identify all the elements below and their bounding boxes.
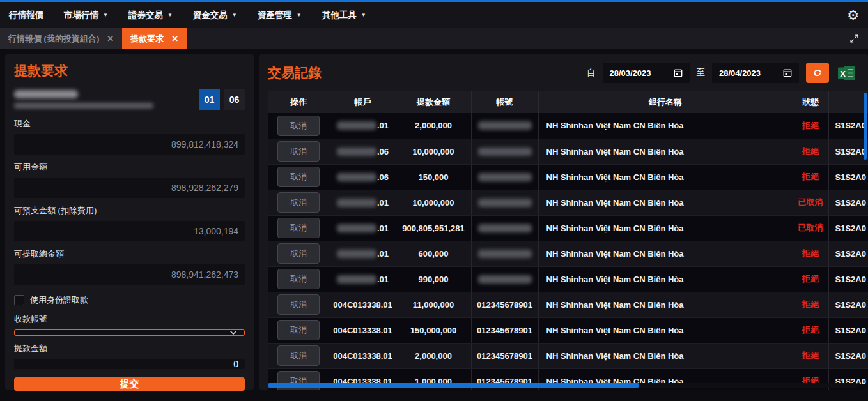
table-row: 取消.01900,805,951,281NH Shinhan Việt Nam … <box>268 215 868 241</box>
calendar-icon[interactable] <box>783 68 792 77</box>
cancel-button[interactable]: 取消 <box>277 320 320 340</box>
cancel-button[interactable]: 取消 <box>277 218 320 238</box>
status-cell: 拒絕 <box>793 317 828 343</box>
from-label: 自 <box>587 67 596 79</box>
account-suffix: .01 <box>377 249 389 259</box>
nav-item-label: 其他工具 <box>322 10 357 21</box>
to-date-input[interactable]: 28/04/2023 <box>712 63 799 83</box>
nav-item-label: 行情報價 <box>9 10 43 21</box>
amount-cell: 10,000,000 <box>396 139 471 164</box>
bank-account-cell: 012345678901 <box>471 317 538 343</box>
calendar-icon[interactable] <box>674 68 683 77</box>
sub-account-button-01[interactable]: 01 <box>199 89 220 110</box>
status-cell: 拒絕 <box>793 266 828 292</box>
cancel-button[interactable]: 取消 <box>277 269 320 289</box>
close-icon[interactable]: ✕ <box>107 34 114 43</box>
transactions-title: 交易記錄 <box>268 64 322 82</box>
nav-item-6[interactable]: 其他工具▼ <box>322 10 366 21</box>
cancel-button[interactable]: 取消 <box>277 141 320 162</box>
amount-value: 900,805,951,281 <box>402 223 465 233</box>
vertical-scrollbar[interactable] <box>864 93 867 160</box>
code-cell: S1S2A0 <box>828 343 868 368</box>
tab-label: 行情報價 (我的投資組合) <box>8 33 99 45</box>
code-cell: S1S2A0 <box>828 266 868 292</box>
cancel-button[interactable]: 取消 <box>277 116 320 136</box>
cancel-button[interactable]: 取消 <box>277 243 320 264</box>
expand-icon[interactable] <box>849 34 859 43</box>
beneficiary-account-select[interactable] <box>14 329 245 336</box>
withdrawal-title: 提款要求 <box>14 62 245 80</box>
table-header-row: 操作帳戶提款金額帳號銀行名稱狀態 <box>268 91 868 113</box>
status-badge: 拒絕 <box>802 325 819 335</box>
nav-item-3[interactable]: 證券交易▼ <box>128 10 173 21</box>
cancel-button[interactable]: 取消 <box>277 167 320 187</box>
cancel-button[interactable]: 取消 <box>277 345 320 366</box>
tab-bar: 行情報價 (我的投資組合)✕提款要求✕ <box>0 28 868 49</box>
dropdown-arrow-icon: ▼ <box>232 12 237 18</box>
account-cell: .01 <box>330 266 396 292</box>
withdraw-amount-input[interactable]: 0 <box>14 359 245 369</box>
nav-item-4[interactable]: 資金交易▼ <box>193 10 237 21</box>
horizontal-scrollbar-thumb[interactable] <box>268 383 639 388</box>
withdraw-amount-label: 提款金額 <box>14 343 245 354</box>
redacted-block <box>478 173 532 181</box>
column-header: 帳號 <box>471 91 538 113</box>
dropdown-arrow-icon: ▼ <box>361 12 366 18</box>
column-header: 帳戶 <box>330 91 396 113</box>
table-row: 取消.06150,000NH Shinhan Việt Nam CN Biên … <box>268 164 868 190</box>
field-value-box: 899,812,418,324 <box>14 134 245 155</box>
amount-value: 11,000,000 <box>413 300 454 310</box>
checkbox-icon[interactable] <box>14 295 24 305</box>
from-date-input[interactable]: 28/03/2023 <box>603 63 690 83</box>
use-id-withdraw-option[interactable]: 使用身份證取款 <box>14 294 245 306</box>
code-value: S1S2A0 <box>835 275 866 284</box>
cancel-button[interactable]: 取消 <box>277 192 320 213</box>
refresh-button[interactable] <box>806 63 829 83</box>
amount-value: 2,000,000 <box>415 351 452 361</box>
code-value: S1S2A0 <box>835 300 866 310</box>
field-value: 898,941,262,473 <box>171 269 238 280</box>
submit-button[interactable]: 提交 <box>14 377 245 391</box>
tab-1[interactable]: 行情報價 (我的投資組合)✕ <box>0 28 122 49</box>
horizontal-scrollbar-track[interactable] <box>268 383 858 388</box>
redacted-block <box>478 224 532 232</box>
code-value: S1S2A0 <box>835 147 866 156</box>
redacted-block <box>337 121 376 130</box>
bank-name-cell: NH Shinhan Việt Nam CN Biên Hòa <box>538 164 793 190</box>
bank-name-value: NH Shinhan Việt Nam CN Biên Hòa <box>546 172 684 182</box>
nav-item-5[interactable]: 資產管理▼ <box>258 10 302 21</box>
export-excel-button[interactable]: X <box>836 63 858 83</box>
redacted-block <box>478 275 532 284</box>
sub-account-button-06[interactable]: 06 <box>224 89 245 110</box>
cancel-cell: 取消 <box>268 113 330 139</box>
field-value-box: 13,000,194 <box>14 221 245 241</box>
main-content: 提款要求 0106 現金899,812,418,324可用金額898,928,2… <box>0 49 868 395</box>
redacted-bank-account <box>472 199 538 207</box>
bank-name-value: NH Shinhan Việt Nam CN Biên Hòa <box>546 275 684 284</box>
close-icon[interactable]: ✕ <box>171 34 178 43</box>
bank-name-cell: NH Shinhan Việt Nam CN Biên Hòa <box>538 317 793 343</box>
redacted-block <box>337 173 376 181</box>
account-suffix: .06 <box>377 147 389 156</box>
redacted-account: .01 <box>331 121 395 130</box>
amount-value: 2,000,000 <box>415 121 452 130</box>
bank-account-cell <box>471 190 538 215</box>
amount-cell: 11,000,000 <box>396 292 471 317</box>
bank-name-cell: NH Shinhan Việt Nam CN Biên Hòa <box>538 266 793 292</box>
bank-name-value: NH Shinhan Việt Nam CN Biên Hòa <box>546 198 684 208</box>
nav-item-1[interactable]: 行情報價 <box>9 10 43 21</box>
code-value: S1S2A0 <box>835 351 866 361</box>
field-label: 可提取總金額 <box>14 248 245 260</box>
nav-item-2[interactable]: 市場行情▼ <box>64 10 108 21</box>
gear-icon[interactable]: ⚙ <box>847 8 859 22</box>
redacted-block <box>478 121 532 130</box>
code-value: S1S2A0 <box>835 249 866 259</box>
bank-name-value: NH Shinhan Việt Nam CN Biên Hòa <box>546 147 684 156</box>
beneficiary-account-label: 收款帳號 <box>14 314 245 325</box>
table-row: 取消.01990,000NH Shinhan Việt Nam CN Biên … <box>268 266 868 292</box>
bank-name-cell: NH Shinhan Việt Nam CN Biên Hòa <box>538 292 793 317</box>
to-label: 至 <box>697 67 706 79</box>
status-badge: 已取消 <box>798 197 823 207</box>
cancel-button[interactable]: 取消 <box>277 294 320 315</box>
tab-2[interactable]: 提款要求✕ <box>122 28 187 49</box>
